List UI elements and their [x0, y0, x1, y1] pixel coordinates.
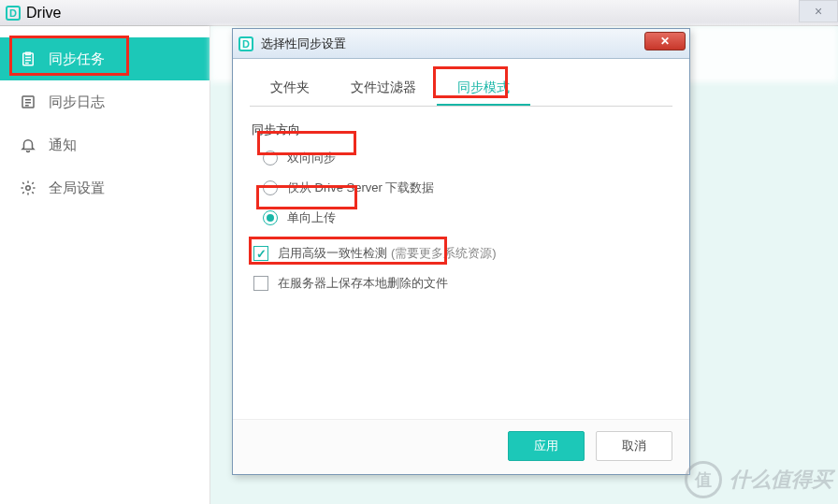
checkbox-icon [253, 276, 268, 291]
close-icon: ✕ [660, 35, 670, 48]
checkbox-keep-deleted[interactable]: 在服务器上保存本地删除的文件 [253, 273, 672, 294]
tab-label: 同步模式 [457, 79, 510, 94]
main-window: D Drive × 同步任务 同步日志 [0, 0, 838, 504]
radio-icon [263, 210, 278, 225]
cancel-button[interactable]: 取消 [596, 431, 672, 461]
radio-label: 仅从 Drive Server 下载数据 [287, 180, 434, 196]
sidebar-item-label: 同步日志 [49, 94, 105, 111]
sidebar-item-global-settings[interactable]: 全局设置 [0, 166, 210, 209]
sidebar: 同步任务 同步日志 通知 全局设置 [0, 26, 210, 504]
gear-icon [17, 180, 39, 196]
drive-app-icon: D [238, 36, 253, 51]
section-label-direction: 同步方向 [252, 122, 672, 138]
radio-label: 单向上传 [287, 209, 336, 226]
dialog-titlebar: D 选择性同步设置 ✕ [233, 29, 689, 59]
main-titlebar: D Drive × [0, 0, 838, 26]
dialog-footer: 应用 取消 [233, 419, 689, 474]
radio-download-only[interactable]: 仅从 Drive Server 下载数据 [263, 178, 672, 198]
tabs: 文件夹 文件过滤器 同步模式 [250, 72, 672, 107]
tab-sync-mode[interactable]: 同步模式 [437, 72, 530, 106]
sync-settings-dialog: D 选择性同步设置 ✕ 文件夹 文件过滤器 同步模式 同步方向 [232, 28, 690, 475]
radio-label: 双向同步 [287, 150, 336, 166]
radio-bidirectional[interactable]: 双向同步 [263, 148, 672, 168]
checkbox-label: 启用高级一致性检测 [278, 245, 387, 262]
main-close-button[interactable]: × [799, 0, 838, 22]
sidebar-item-sync-log[interactable]: 同步日志 [0, 80, 210, 123]
sidebar-item-label: 通知 [49, 137, 77, 154]
radio-group-direction: 双向同步 仅从 Drive Server 下载数据 单向上传 [250, 148, 672, 243]
bell-icon [17, 137, 39, 153]
close-icon: × [815, 4, 822, 19]
tab-folders[interactable]: 文件夹 [250, 72, 330, 106]
checkbox-label: 在服务器上保存本地删除的文件 [278, 275, 448, 292]
clipboard-icon [17, 50, 39, 67]
log-icon [17, 94, 39, 110]
svg-point-2 [26, 186, 31, 191]
apply-button[interactable]: 应用 [508, 431, 585, 461]
radio-icon [263, 151, 278, 166]
button-label: 应用 [534, 438, 558, 454]
radio-upload-only[interactable]: 单向上传 [263, 208, 672, 228]
button-label: 取消 [622, 438, 646, 454]
checkbox-advanced-consistency[interactable]: 启用高级一致性检测 (需要更多系统资源) [253, 243, 672, 264]
dialog-title: 选择性同步设置 [261, 36, 346, 52]
sidebar-item-label: 同步任务 [49, 50, 105, 68]
tab-filters[interactable]: 文件过滤器 [330, 72, 437, 106]
app-title: Drive [26, 5, 61, 22]
dialog-body: 文件夹 文件过滤器 同步模式 同步方向 双向同步 仅从 Drive Server… [233, 59, 689, 419]
radio-icon [263, 180, 278, 195]
sidebar-item-notifications[interactable]: 通知 [0, 123, 210, 166]
drive-app-icon: D [6, 6, 21, 21]
checkbox-icon [253, 246, 268, 261]
sidebar-item-sync-tasks[interactable]: 同步任务 [0, 37, 210, 80]
dialog-close-button[interactable]: ✕ [644, 32, 686, 50]
tab-label: 文件过滤器 [351, 79, 416, 94]
checkbox-hint: (需要更多系统资源) [391, 245, 497, 262]
tab-label: 文件夹 [270, 79, 310, 94]
sidebar-item-label: 全局设置 [49, 180, 105, 197]
